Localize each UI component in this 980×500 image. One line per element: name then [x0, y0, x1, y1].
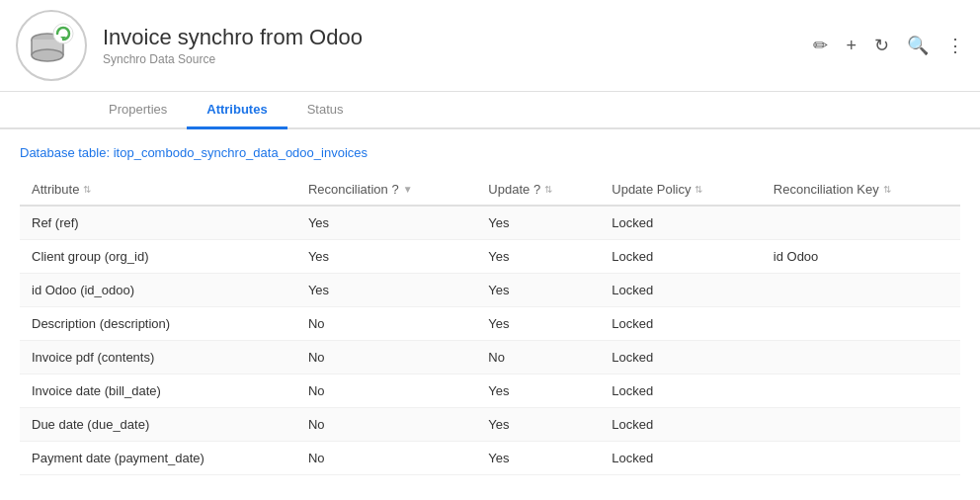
cell-1-row-2: Yes — [296, 274, 476, 307]
logo-svg — [24, 18, 79, 73]
sort-icon-update-policy[interactable]: ⇅ — [694, 184, 702, 195]
header-title-area: Invoice synchro from Odoo Synchro Data S… — [103, 25, 813, 66]
cell-3-row-0: Locked — [600, 206, 762, 240]
col-reconciliation: Reconciliation ? ▼ — [296, 174, 476, 206]
cell-2-row-3: Yes — [476, 307, 600, 341]
cell-2-row-1: Yes — [476, 240, 600, 274]
attributes-table: Attribute ⇅ Reconciliation ? ▼ — [20, 174, 960, 475]
cell-4-row-5 — [762, 375, 960, 408]
cell-1-row-7: No — [296, 442, 476, 475]
cell-0-row-4: Invoice pdf (contents) — [20, 341, 296, 375]
table-header-row: Attribute ⇅ Reconciliation ? ▼ — [20, 174, 960, 206]
cell-0-row-3: Description (description) — [20, 307, 296, 341]
db-table-name: itop_combodo_synchro_data_odoo_invoices — [114, 145, 368, 160]
cell-1-row-1: Yes — [296, 240, 476, 274]
cell-2-row-0: Yes — [476, 206, 600, 240]
cell-3-row-5: Locked — [600, 375, 762, 408]
db-table-label: Database table: itop_combodo_synchro_dat… — [20, 145, 960, 160]
cell-3-row-7: Locked — [600, 442, 762, 475]
cell-1-row-5: No — [296, 375, 476, 408]
cell-0-row-6: Due date (due_date) — [20, 408, 296, 442]
cell-4-row-7 — [762, 442, 960, 475]
search-icon[interactable]: 🔍 — [907, 35, 929, 56]
cell-4-row-1: id Odoo — [762, 240, 960, 274]
sort-icon-update[interactable]: ⇅ — [544, 184, 552, 195]
cell-1-row-6: No — [296, 408, 476, 442]
table-row: id Odoo (id_odoo)YesYesLocked — [20, 274, 960, 307]
svg-point-2 — [32, 49, 63, 61]
cell-2-row-4: No — [476, 341, 600, 375]
content-area: Database table: itop_combodo_synchro_dat… — [0, 129, 980, 491]
cell-0-row-1: Client group (org_id) — [20, 240, 296, 274]
table-row: Invoice date (bill_date)NoYesLocked — [20, 375, 960, 408]
sort-icon-reconciliation[interactable]: ▼ — [403, 184, 413, 195]
table-row: Description (description)NoYesLocked — [20, 307, 960, 341]
tabs-bar: Properties Attributes Status — [0, 92, 980, 129]
cell-0-row-7: Payment date (payment_date) — [20, 442, 296, 475]
cell-4-row-6 — [762, 408, 960, 442]
cell-0-row-2: id Odoo (id_odoo) — [20, 274, 296, 307]
cell-4-row-0 — [762, 206, 960, 240]
cell-2-row-6: Yes — [476, 408, 600, 442]
cell-4-row-3 — [762, 307, 960, 341]
table-row: Due date (due_date)NoYesLocked — [20, 408, 960, 442]
sort-icon-attribute[interactable]: ⇅ — [83, 184, 91, 195]
cell-0-row-0: Ref (ref) — [20, 206, 296, 240]
cell-4-row-2 — [762, 274, 960, 307]
table-row: Invoice pdf (contents)NoNoLocked — [20, 341, 960, 375]
table-row: Ref (ref)YesYesLocked — [20, 206, 960, 240]
table-row: Payment date (payment_date)NoYesLocked — [20, 442, 960, 475]
cell-0-row-5: Invoice date (bill_date) — [20, 375, 296, 408]
cell-3-row-2: Locked — [600, 274, 762, 307]
add-icon[interactable]: + — [846, 36, 857, 56]
sort-icon-reconciliation-key[interactable]: ⇅ — [883, 184, 891, 195]
cell-2-row-2: Yes — [476, 274, 600, 307]
page-subtitle: Synchro Data Source — [103, 52, 813, 66]
header: Invoice synchro from Odoo Synchro Data S… — [0, 0, 980, 92]
tab-status[interactable]: Status — [287, 92, 364, 129]
table-wrapper: Attribute ⇅ Reconciliation ? ▼ — [20, 174, 960, 475]
cell-3-row-3: Locked — [600, 307, 762, 341]
more-icon[interactable]: ⋮ — [946, 35, 964, 56]
refresh-icon[interactable]: ↻ — [874, 35, 889, 56]
tab-properties[interactable]: Properties — [89, 92, 187, 129]
cell-2-row-7: Yes — [476, 442, 600, 475]
table-row: Client group (org_id)YesYesLockedid Odoo — [20, 240, 960, 274]
header-actions: ✏ + ↻ 🔍 ⋮ — [813, 35, 964, 56]
col-update: Update ? ⇅ — [476, 174, 600, 206]
cell-2-row-5: Yes — [476, 375, 600, 408]
cell-1-row-3: No — [296, 307, 476, 341]
cell-3-row-6: Locked — [600, 408, 762, 442]
col-attribute: Attribute ⇅ — [20, 174, 296, 206]
tab-attributes[interactable]: Attributes — [187, 92, 286, 129]
cell-3-row-4: Locked — [600, 341, 762, 375]
edit-icon[interactable]: ✏ — [813, 35, 828, 56]
cell-1-row-4: No — [296, 341, 476, 375]
app-container: Invoice synchro from Odoo Synchro Data S… — [0, 0, 980, 500]
col-reconciliation-key: Reconciliation Key ⇅ — [762, 174, 960, 206]
cell-3-row-1: Locked — [600, 240, 762, 274]
cell-4-row-4 — [762, 341, 960, 375]
page-title: Invoice synchro from Odoo — [103, 25, 813, 50]
cell-1-row-0: Yes — [296, 206, 476, 240]
logo-circle — [16, 10, 87, 81]
col-update-policy: Update Policy ⇅ — [600, 174, 762, 206]
